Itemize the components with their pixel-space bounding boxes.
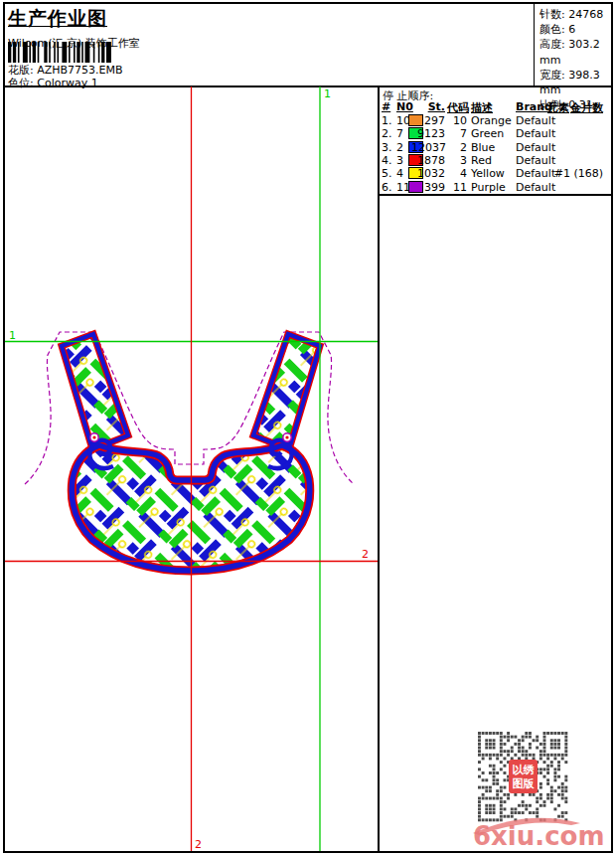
thread-brand: Default: [516, 167, 555, 180]
color-code: 10: [447, 114, 467, 127]
col-desc: 描述: [471, 100, 493, 115]
stitch-count: 399: [411, 181, 445, 194]
qr-code: 以绣 图版: [478, 732, 568, 822]
color-description: Purple: [471, 181, 506, 194]
sequin-info: #1 (168): [554, 167, 603, 180]
hoop-guides: 1 1 2 2: [5, 86, 378, 851]
color-description: Yellow: [471, 167, 505, 180]
stitch-count: 12037: [411, 141, 445, 154]
color-code: 2: [447, 141, 467, 154]
stop-number: 6.: [382, 181, 392, 194]
needle-number: 3: [396, 154, 403, 167]
color-code: 3: [447, 154, 467, 167]
stop-sequence-header: # N0 St. 代码 描述 Brand 元素 金片数: [380, 100, 611, 113]
page-title: 生产作业图: [8, 6, 525, 32]
thread-brand: Default: [516, 127, 555, 140]
stop-number: 1.: [382, 114, 392, 127]
stop-number: 2.: [382, 127, 392, 140]
guide-label-2-bottom: 2: [195, 838, 202, 851]
color-description: Red: [471, 154, 492, 167]
stat-height: 高度: 303.2 mm: [539, 37, 611, 67]
svg-text:图版: 图版: [513, 777, 536, 790]
guide-label-1-top: 1: [324, 87, 331, 100]
col-stop: #: [382, 100, 390, 113]
col-elements: 元素: [547, 100, 569, 115]
thread-row: 1.1029710OrangeDefault: [380, 114, 611, 127]
thread-brand: Default: [516, 181, 555, 194]
design-stats: 针数: 24768 颜色: 6 高度: 303.2 mm 宽度: 398.3 m…: [534, 4, 611, 86]
color-code: 4: [447, 167, 467, 180]
thread-brand: Default: [516, 154, 555, 167]
thread-brand: Default: [516, 114, 555, 127]
stitch-count: 1878: [411, 154, 445, 167]
color-code: 7: [447, 127, 467, 140]
design-canvas: 1 1 2 2: [4, 86, 379, 851]
thread-row: 6.1139911PurpleDefault: [380, 181, 611, 194]
color-code: 11: [447, 181, 467, 194]
left-strap: [62, 334, 128, 449]
stop-sequence-table: 停 止顺序: # N0 St. 代码 描述 Brand 元素 金片数 1.102…: [380, 87, 611, 196]
color-description: Blue: [471, 141, 495, 154]
col-code: 代码: [447, 100, 469, 115]
thread-row: 5.410324YellowDefault#1 (168): [380, 167, 611, 180]
stop-number: 4.: [382, 154, 392, 167]
color-description: Green: [471, 127, 504, 140]
watermark-text: 6xiu.com: [473, 821, 605, 851]
barcode: [8, 42, 147, 63]
needle-number: 2: [396, 141, 403, 154]
guide-label-1-left: 1: [9, 329, 16, 342]
thread-row: 4.318783RedDefault: [380, 154, 611, 167]
thread-row: 2.791237GreenDefault: [380, 127, 611, 140]
needle-number: 4: [396, 167, 403, 180]
right-strap: [253, 334, 320, 449]
stat-stitches: 针数: 24768: [539, 7, 611, 22]
col-sequins: 金片数: [570, 100, 603, 115]
svg-text:以绣: 以绣: [513, 764, 536, 776]
stitch-count: 1032: [411, 167, 445, 180]
stitch-count: 9123: [411, 127, 445, 140]
thread-brand: Default: [516, 141, 555, 154]
stop-number: 3.: [382, 141, 392, 154]
watermark: 6xiu.com: [469, 815, 588, 853]
col-stitches: St.: [411, 100, 445, 113]
needle-number: 7: [396, 127, 403, 140]
stat-colors: 颜色: 6: [539, 22, 611, 37]
production-worksheet: 生产作业图 Wilcom(汇 京) 装饰工作室 花版: AZHB7753.EMB…: [0, 0, 616, 855]
stitch-count: 297: [411, 114, 445, 127]
thread-row: 3.2120372BlueDefault: [380, 141, 611, 154]
qr-stamp: 以绣 图版: [509, 760, 538, 793]
color-description: Orange: [471, 114, 512, 127]
stop-number: 5.: [382, 167, 392, 180]
guide-label-2-right: 2: [362, 548, 369, 561]
